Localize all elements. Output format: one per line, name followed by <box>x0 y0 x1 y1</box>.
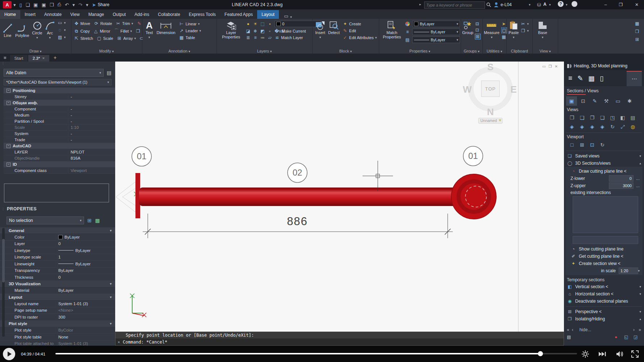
layer-thaw-sun-icon[interactable]: ☀ <box>253 21 258 26</box>
collapse-icon[interactable]: − <box>7 89 11 93</box>
drawing-viewport[interactable]: S W E N TOP Unnamed <box>115 62 564 332</box>
tree-row[interactable]: Component classViewport <box>4 168 115 174</box>
nav-prev-button[interactable]: ‹ <box>572 327 573 332</box>
prop-row[interactable]: LinetypeByLayer <box>0 247 115 254</box>
z-lower-input[interactable] <box>609 175 633 182</box>
sections-3d-caret-icon[interactable]: ▴ <box>639 161 641 165</box>
layer-off-icon[interactable]: ◪ <box>246 29 251 34</box>
layer-freeze-icon[interactable]: ❄ <box>253 29 258 34</box>
help-icon[interactable]: ? <box>558 1 564 7</box>
share-icon[interactable]: ➤ <box>92 2 96 8</box>
tree-row[interactable]: Trade- <box>4 137 115 143</box>
create-section-view-row[interactable]: ✦ Create section view < <box>565 260 643 267</box>
detect-tool[interactable]: Detect <box>328 21 340 35</box>
view-badge[interactable]: Unnamed <box>478 118 502 123</box>
prop-row[interactable]: TransparencyByLayer <box>0 268 115 274</box>
saved-views-caret-icon[interactable]: ▾ <box>639 154 641 158</box>
viewport-grid-icon[interactable]: ⊞ <box>578 141 586 148</box>
command-input-line[interactable]: Command: *Cancel* <box>123 340 167 345</box>
autodesk-a-icon[interactable]: A <box>543 2 547 7</box>
fullscreen-button[interactable] <box>631 350 639 358</box>
app-menu-caret-icon[interactable]: ▾ <box>13 2 16 8</box>
copy-tool[interactable]: ⧉Copy <box>74 29 90 34</box>
view-back-icon[interactable]: ❐ <box>588 114 597 121</box>
tab-collaborate[interactable]: Collaborate <box>154 10 184 19</box>
settings-tab-icon[interactable]: ✱ <box>624 96 635 106</box>
prop-section-3d-visualization[interactable]: 3D Visualization▾ <box>0 281 115 287</box>
user-icon[interactable] <box>494 2 499 8</box>
performance-icon[interactable]: ▦ <box>635 21 640 26</box>
player-settings-button[interactable] <box>581 350 590 358</box>
prop-row[interactable]: Layer0 <box>0 241 115 248</box>
z-lower-browse-button[interactable]: ... <box>636 176 640 181</box>
undo-icon[interactable]: ↶ <box>65 2 69 8</box>
tab-express-tools[interactable]: Express Tools <box>184 10 220 19</box>
new-tab-button[interactable]: + <box>54 55 57 60</box>
horizontal-section-caret-icon[interactable]: ▾ <box>639 292 641 296</box>
tree-row[interactable]: Partition / Spool- <box>4 118 115 125</box>
tab-annotate[interactable]: Annotate <box>40 10 66 19</box>
file-tab-start[interactable]: Start <box>10 55 28 62</box>
prop-section-general[interactable]: General▾ <box>0 227 115 234</box>
share-label[interactable]: Share <box>98 2 109 7</box>
dock-left-icon[interactable]: ◱ <box>624 334 628 340</box>
trim-tool[interactable]: ✂Trim▾ <box>116 21 133 26</box>
command-close-icon[interactable]: ✕ <box>118 340 120 344</box>
prop-row[interactable]: LineweightByLayer <box>0 261 115 268</box>
signed-in-user[interactable]: e-L04 <box>501 2 512 7</box>
panel-label-layers[interactable]: Layers ▾ <box>217 49 312 53</box>
view-edit-tab-icon[interactable]: ✎ <box>589 96 600 106</box>
z-upper-input[interactable] <box>609 182 633 189</box>
edit-attributes-tool[interactable]: ✓Edit Attributes▾ <box>343 35 377 40</box>
properties-scrollbar[interactable] <box>2 228 5 337</box>
search-box[interactable] <box>424 1 485 9</box>
isolating-hiding-row[interactable]: ❐ Isolating/Hiding ▴ <box>564 315 644 323</box>
export-icon[interactable]: ❒ <box>50 2 54 8</box>
prop-row[interactable]: Layout nameSystem 1-01 (3) <box>0 300 115 307</box>
layer-state-icon[interactable]: ▱ <box>267 35 272 40</box>
feedback-icon[interactable] <box>572 1 577 7</box>
erase-icon[interactable]: ✎ <box>137 21 142 26</box>
help-caret-icon[interactable]: ▾ <box>566 3 568 7</box>
polyline-tool[interactable]: Polyline <box>15 24 29 38</box>
properties-grip[interactable]: ⋮ <box>1 207 5 211</box>
prop-row[interactable]: MaterialByLayer <box>0 287 115 294</box>
draw-cutting-plane-row[interactable]: ◔ Draw cutting plane line < <box>565 168 643 175</box>
tab-view[interactable]: View <box>66 10 84 19</box>
prop-row[interactable]: ColorByLayer <box>0 234 115 241</box>
toggle-pickadd-icon[interactable]: ⊞ <box>87 218 92 223</box>
layout-grid-icon[interactable]: ▤ <box>567 334 571 340</box>
close-button[interactable]: ✕ <box>631 0 643 9</box>
menu-icon[interactable]: ≡ <box>568 74 572 82</box>
tab-manage[interactable]: Manage <box>84 10 108 19</box>
saved-views-row[interactable]: ❏ Saved views ▾ <box>564 152 644 160</box>
lineweight-select[interactable]: ByLayer▾ <box>412 29 460 35</box>
document-icon[interactable]: ▯ <box>600 74 603 83</box>
user-caret-icon[interactable]: ▾ <box>529 3 531 7</box>
panel-label-clipboard[interactable]: Clipboard <box>506 49 532 53</box>
vertical-section-row[interactable]: ◧ Vertical section < ▾ <box>564 283 644 290</box>
ellipse-tool-icon[interactable]: ◌ <box>58 28 63 33</box>
file-tab-close-icon[interactable]: ✕ <box>42 56 45 60</box>
view-bottom-icon[interactable]: ◳ <box>608 114 617 121</box>
ungroup-icon[interactable]: ⊟ <box>475 21 480 26</box>
nav-next-button[interactable]: › <box>633 327 635 332</box>
tree-group[interactable]: −ID <box>4 161 115 168</box>
ribbon-options-caret-icon[interactable]: ▾ <box>290 15 292 19</box>
panel-label-modify[interactable]: Modify ▾ <box>71 49 142 53</box>
arc-tool[interactable]: Arc▾ <box>45 21 55 40</box>
sections-3d-row[interactable]: ◯ 3D Sections/views ▴ <box>564 160 644 167</box>
array-tool[interactable]: ⊞Array▾ <box>117 36 136 41</box>
prop-row[interactable]: Plot style tableNone <box>0 334 115 341</box>
vp-restore-icon[interactable]: ❐ <box>548 64 552 68</box>
tree-group[interactable]: −Общая инф. <box>4 100 115 106</box>
layer-unlock-icon[interactable]: ▪ <box>267 21 272 26</box>
tree-row[interactable]: System- <box>4 131 115 137</box>
pipe-body[interactable] <box>139 188 474 206</box>
group-tool[interactable]: Group <box>462 21 473 35</box>
viewport-frame-icon[interactable]: □ <box>568 141 576 148</box>
minimize-button[interactable]: – <box>599 0 612 9</box>
perspective-row[interactable]: ⊞ Perspective < ▾ <box>564 308 644 315</box>
color-wheel-icon[interactable] <box>405 21 410 26</box>
prop-row[interactable]: Thickness0 <box>0 274 115 281</box>
